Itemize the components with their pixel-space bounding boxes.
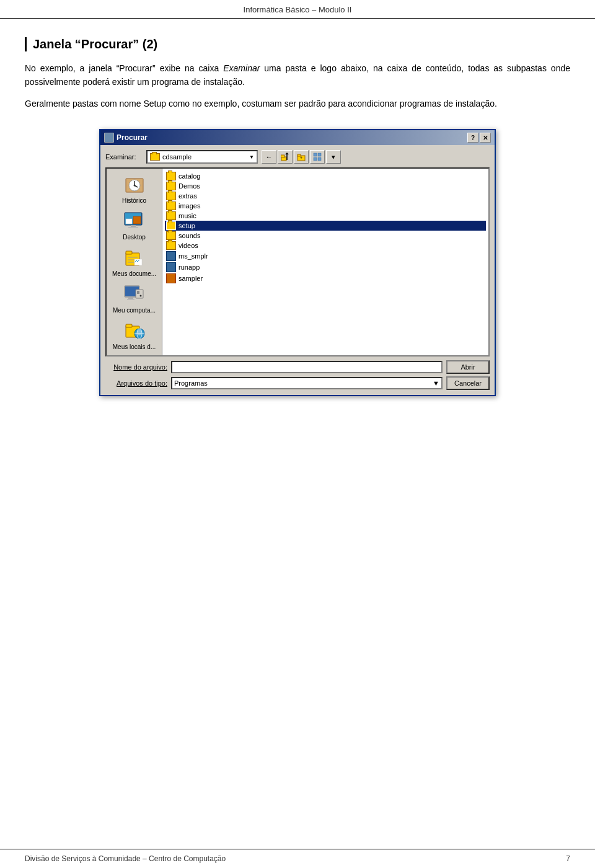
filetype-arrow: ▼ [433, 379, 439, 387]
filename-catalog: catalog [178, 172, 200, 180]
filename-label: Nome do arquivo: [105, 363, 167, 371]
place-meus-documentos[interactable]: Meus docume... [109, 244, 160, 280]
dropdown-arrow: ▼ [249, 154, 254, 160]
meu-computador-label: Meu computa... [113, 307, 156, 314]
svg-rect-23 [126, 251, 132, 254]
svg-rect-8 [318, 153, 321, 156]
cancel-button[interactable]: Cancelar [446, 376, 490, 390]
page-content: Janela “Procurar” (2) No exemplo, a jane… [0, 19, 595, 433]
svg-marker-3 [285, 153, 289, 154]
file-sounds[interactable]: sounds [165, 231, 486, 241]
folder-icon-images [166, 202, 176, 210]
filename-sounds: sounds [178, 232, 200, 239]
filetype-value: Programas [174, 379, 433, 387]
dialog-help-button[interactable]: ? [467, 133, 478, 143]
dialog-body: Examinar: cdsample ▼ ← [100, 145, 495, 395]
svg-rect-27 [134, 259, 142, 265]
page-footer: Divisão de Serviços à Comunidade – Centr… [0, 849, 595, 868]
file-music[interactable]: music [165, 211, 486, 221]
back-button[interactable]: ← [262, 150, 276, 164]
svg-rect-36 [126, 324, 132, 327]
historico-icon [123, 174, 146, 196]
folder-icon-catalog [166, 172, 176, 180]
view-button[interactable] [310, 150, 325, 164]
file-list-panel: catalog Demos extras images [162, 169, 488, 355]
svg-rect-30 [128, 297, 133, 299]
places-panel: Histórico Desktop [107, 169, 162, 355]
dialog-container: Procurar ? ✕ Examinar: cdsample ▼ [25, 129, 570, 396]
folder-icon-extras [166, 192, 176, 200]
folder-icon-setup [166, 221, 176, 230]
examinar-dropdown[interactable]: cdsample ▼ [146, 150, 258, 164]
svg-point-15 [133, 185, 135, 187]
folder-icon [150, 153, 160, 161]
new-folder-button[interactable]: + [294, 150, 309, 164]
filename-ms_smplr: ms_smplr [178, 252, 208, 260]
file-Demos[interactable]: Demos [165, 181, 486, 191]
svg-point-34 [139, 295, 141, 297]
meus-documentos-icon [123, 247, 146, 269]
filename-images: images [178, 202, 200, 210]
file-ms_smplr[interactable]: ms_smplr [165, 250, 486, 262]
filetype-label: Arquivos do tipo: [105, 379, 167, 387]
toolbar-buttons: ← [262, 150, 341, 164]
svg-rect-7 [314, 153, 317, 156]
section-title: Janela “Procurar” (2) [25, 37, 570, 51]
file-runapp[interactable]: runapp [165, 262, 486, 273]
filetype-label-text: Arquivos do tipo: [117, 379, 167, 387]
meus-documentos-label: Meus docume... [112, 270, 156, 277]
toolbar-row: Examinar: cdsample ▼ ← [105, 150, 490, 164]
place-historico[interactable]: Histórico [109, 171, 160, 206]
setup-icon-sampler [166, 273, 176, 283]
file-sampler[interactable]: sampler [165, 273, 486, 284]
place-meus-locais[interactable]: Meus locais d... [109, 317, 160, 353]
file-extras[interactable]: extras [165, 191, 486, 201]
filename-runapp: runapp [178, 264, 200, 271]
dialog-title-text: Procurar [117, 133, 148, 142]
svg-rect-21 [133, 216, 141, 224]
dialog-close-button[interactable]: ✕ [480, 133, 491, 143]
folder-icon-sounds [166, 231, 176, 240]
current-folder-text: cdsample [162, 153, 192, 161]
exe-icon-ms_smplr [166, 251, 176, 261]
paragraph-2: Geralmente pastas com nome Setup como no… [25, 97, 570, 110]
svg-rect-19 [128, 227, 138, 228]
open-button[interactable]: Abrir [446, 360, 490, 374]
dialog-title-icon [104, 133, 114, 143]
svg-rect-31 [127, 299, 134, 300]
filename-sampler: sampler [178, 275, 203, 282]
exe-icon-runapp [166, 262, 176, 272]
filename-label-text: Nome do arquivo: [113, 363, 167, 371]
bottom-controls: Nome do arquivo: Abrir Arquivos do tipo:… [105, 360, 490, 390]
filename-row: Nome do arquivo: Abrir [105, 360, 490, 374]
file-setup[interactable]: setup [165, 221, 486, 231]
svg-text:+: + [300, 156, 302, 160]
filename-input[interactable] [171, 361, 443, 373]
dialog-titlebar-buttons: ? ✕ [467, 133, 491, 143]
svg-rect-20 [126, 219, 132, 224]
menu-button[interactable]: ▾ [326, 150, 341, 164]
filename-demos: Demos [178, 182, 200, 190]
file-images[interactable]: images [165, 201, 486, 211]
file-catalog[interactable]: catalog [165, 171, 486, 181]
folder-icon-demos [166, 182, 176, 190]
up-button[interactable] [278, 150, 293, 164]
place-desktop[interactable]: Desktop [109, 208, 160, 243]
paragraph-1: No exemplo, a janela “Procurar” exibe na… [25, 61, 570, 89]
folder-icon-music [166, 211, 176, 220]
footer-right: 7 [566, 854, 570, 863]
file-videos[interactable]: videos [165, 241, 486, 250]
historico-label: Histórico [122, 197, 146, 204]
filename-setup: setup [178, 222, 195, 229]
meu-computador-icon [123, 283, 146, 306]
dialog-title-area: Procurar [104, 133, 148, 143]
svg-rect-10 [318, 157, 321, 161]
desktop-icon [123, 210, 146, 232]
header-title: Informática Básico – Modulo II [244, 5, 352, 14]
filetype-select[interactable]: Programas ▼ [171, 377, 443, 389]
svg-rect-33 [137, 291, 139, 294]
desktop-label: Desktop [123, 234, 146, 241]
place-meu-computador[interactable]: Meu computa... [109, 281, 160, 316]
folder-icon-videos [166, 241, 176, 250]
footer-left: Divisão de Serviços à Comunidade – Centr… [25, 854, 226, 863]
